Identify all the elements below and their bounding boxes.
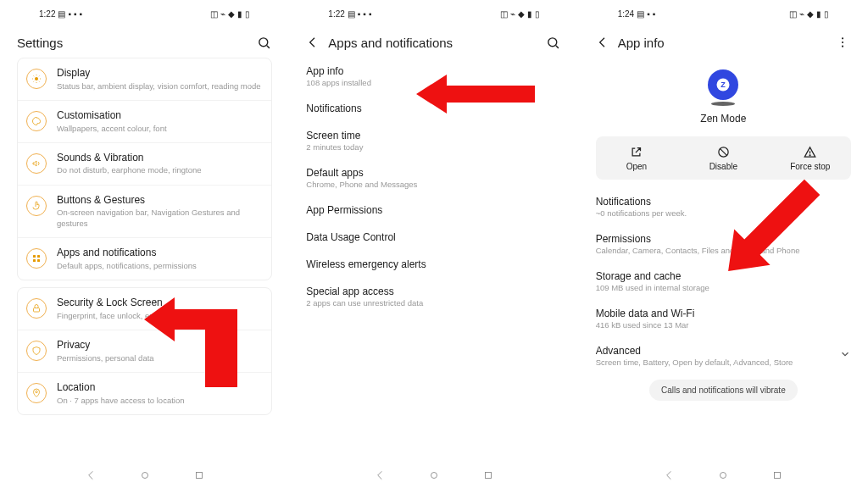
settings-item-location[interactable]: Location On · 7 apps have access to loca… xyxy=(18,372,271,414)
nav-home-icon[interactable] xyxy=(139,469,151,481)
system-navbar xyxy=(289,463,578,488)
row-app-permissions[interactable]: App Permissions xyxy=(306,197,561,224)
action-label: Force stop xyxy=(790,162,830,171)
row-wireless-alerts[interactable]: Wireless emergency alerts xyxy=(306,251,561,278)
status-block-icon: ▪ xyxy=(363,9,366,19)
screen-settings: 1:22 ▤ ▪ ▪ ▪ ◫ ⌁ ◆ ▮ ▯ Settings Display … xyxy=(0,0,289,488)
settings-item-buttons[interactable]: Buttons & Gestures On-screen navigation … xyxy=(18,185,271,237)
settings-item-apps[interactable]: Apps and notifications Default apps, not… xyxy=(18,237,271,280)
search-icon[interactable] xyxy=(255,34,272,51)
shield-icon xyxy=(26,341,47,361)
status-wifi-icon: ◆ xyxy=(228,9,235,19)
status-battery-icon: ▯ xyxy=(535,9,540,19)
settings-text: Display Status bar, ambient display, vis… xyxy=(57,67,263,92)
nav-home-icon[interactable] xyxy=(428,469,440,481)
svg-rect-4 xyxy=(37,255,40,258)
row-sub: Screen time, Battery, Open by default, A… xyxy=(596,358,839,367)
open-icon xyxy=(630,145,643,158)
status-block-icon: ▪ xyxy=(358,9,361,19)
nav-home-icon[interactable] xyxy=(717,469,729,481)
action-label: Disable xyxy=(709,162,737,171)
more-icon[interactable] xyxy=(834,34,851,51)
settings-item-security[interactable]: Security & Lock Screen Fingerprint, face… xyxy=(18,288,271,330)
settings-text: Sounds & Vibration Do not disturb, earph… xyxy=(57,152,263,176)
row-sub: Calendar, Camera, Contacts, Files and me… xyxy=(596,246,851,255)
screen-apps-notifications: 1:22 ▤ ▪ ▪ ▪ ◫ ⌁ ◆ ▮ ▯ Apps and notifica… xyxy=(289,0,578,488)
open-button[interactable]: Open xyxy=(596,145,677,171)
system-navbar xyxy=(579,463,868,488)
settings-item-display[interactable]: Display Status bar, ambient display, vis… xyxy=(18,58,271,100)
status-time: 1:22 xyxy=(39,9,55,19)
settings-item-privacy[interactable]: Privacy Permissions, personal data xyxy=(18,330,271,372)
row-notifications[interactable]: Notifications xyxy=(306,95,561,122)
settings-text: Privacy Permissions, personal data xyxy=(57,339,263,363)
row-mobile-data[interactable]: Mobile data and Wi-Fi 416 kB used since … xyxy=(596,300,851,337)
row-title: Mobile data and Wi-Fi xyxy=(596,308,851,319)
svg-point-19 xyxy=(842,46,843,47)
row-data-usage[interactable]: Data Usage Control xyxy=(306,224,561,251)
page-title: Apps and notifications xyxy=(328,36,536,50)
row-storage[interactable]: Storage and cache 109 MB used in interna… xyxy=(596,263,851,300)
row-app-info[interactable]: App info 108 apps installed xyxy=(306,58,561,95)
item-title: Buttons & Gestures xyxy=(57,194,263,208)
svg-rect-10 xyxy=(196,473,202,479)
nav-recents-icon[interactable] xyxy=(193,469,205,481)
notification-pill[interactable]: Calls and notifications will vibrate xyxy=(649,380,798,401)
app-header: Z Zen Mode xyxy=(596,58,851,131)
status-notif-icon: ▤ xyxy=(348,9,355,19)
svg-point-9 xyxy=(142,473,147,479)
row-special-access[interactable]: Special app access 2 apps can use unrest… xyxy=(306,278,561,315)
location-icon xyxy=(26,383,47,403)
nav-back-icon[interactable] xyxy=(85,469,97,481)
svg-point-26 xyxy=(721,473,726,479)
row-app-notifications[interactable]: Notifications ~0 notifications per week. xyxy=(596,188,851,225)
row-title: Default apps xyxy=(306,167,561,179)
svg-point-18 xyxy=(842,42,843,43)
app-name: Zen Mode xyxy=(700,113,746,125)
system-navbar xyxy=(0,463,289,488)
status-bt-icon: ⌁ xyxy=(510,9,515,19)
svg-rect-6 xyxy=(37,259,40,262)
settings-text: Buttons & Gestures On-screen navigation … xyxy=(57,194,263,229)
row-sub: 108 apps installed xyxy=(306,78,561,87)
status-block-icon: ▪ xyxy=(68,9,71,19)
row-default-apps[interactable]: Default apps Chrome, Phone and Messages xyxy=(306,159,561,197)
row-title: Notifications xyxy=(596,196,851,208)
settings-item-customisation[interactable]: Customisation Wallpapers, accent colour,… xyxy=(18,100,271,142)
svg-rect-27 xyxy=(775,473,781,479)
nav-recents-icon[interactable] xyxy=(771,469,783,481)
status-battery-icon: ▯ xyxy=(824,9,829,19)
row-app-permissions[interactable]: Permissions Calendar, Camera, Contacts, … xyxy=(596,225,851,263)
row-screen-time[interactable]: Screen time 2 minutes today xyxy=(306,122,561,159)
nav-back-icon[interactable] xyxy=(663,469,675,481)
item-title: Location xyxy=(57,381,263,395)
row-advanced[interactable]: Advanced Screen time, Battery, Open by d… xyxy=(596,337,851,374)
status-block-icon: ▪ xyxy=(74,9,77,19)
back-icon[interactable] xyxy=(306,36,320,49)
row-title: App Permissions xyxy=(306,204,561,216)
row-title: Special app access xyxy=(306,286,561,297)
action-row: Open Disable Force stop xyxy=(596,136,851,180)
item-title: Privacy xyxy=(57,339,263,352)
search-icon[interactable] xyxy=(545,34,562,51)
nav-recents-icon[interactable] xyxy=(482,469,494,481)
svg-line-13 xyxy=(556,45,559,47)
row-title: Notifications xyxy=(306,103,561,114)
svg-text:Z: Z xyxy=(721,80,726,89)
svg-point-8 xyxy=(36,391,38,393)
status-nfc-icon: ◫ xyxy=(210,9,218,19)
item-title: Apps and notifications xyxy=(57,247,263,260)
settings-item-sounds[interactable]: Sounds & Vibration Do not disturb, earph… xyxy=(18,142,271,185)
item-sub: Wallpapers, accent colour, font xyxy=(57,124,263,134)
header: Settings xyxy=(17,22,272,58)
disable-icon xyxy=(716,145,730,158)
app-icon: Z xyxy=(708,69,738,100)
status-block-icon: ▪ xyxy=(80,9,83,19)
back-icon[interactable] xyxy=(596,36,609,49)
nav-back-icon[interactable] xyxy=(374,469,386,481)
svg-point-12 xyxy=(548,37,557,46)
force-stop-button[interactable]: Force stop xyxy=(770,145,851,171)
warning-icon xyxy=(804,145,817,158)
row-sub: 2 apps can use unrestricted data xyxy=(306,298,561,308)
disable-button[interactable]: Disable xyxy=(682,145,764,171)
